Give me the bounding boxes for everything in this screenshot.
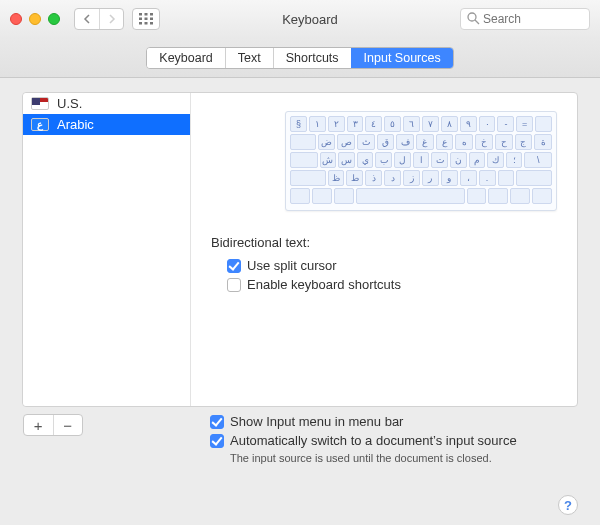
show-input-menu-label: Show Input menu in menu bar (230, 414, 403, 429)
keyboard-key: ٦ (403, 116, 420, 132)
remove-source-button[interactable]: − (53, 415, 83, 435)
zoom-window-button[interactable] (48, 13, 60, 25)
show-input-menu-checkbox[interactable] (210, 415, 224, 429)
help-button[interactable]: ? (558, 495, 578, 515)
use-split-cursor-row[interactable]: Use split cursor (211, 256, 557, 275)
keyboard-key: ظ (328, 170, 345, 186)
svg-rect-2 (150, 13, 153, 16)
show-all-prefs-button[interactable] (132, 8, 160, 30)
keyboard-key: ف (396, 134, 414, 150)
flag-ar-icon: ع (31, 118, 49, 131)
keyboard-key: ل (394, 152, 411, 168)
keyboard-key (532, 188, 552, 204)
keyboard-key (334, 188, 354, 204)
footer-options: Show Input menu in menu bar Automaticall… (210, 412, 578, 464)
svg-rect-6 (139, 22, 142, 25)
enable-kb-shortcuts-row[interactable]: Enable keyboard shortcuts (211, 275, 557, 294)
keyboard-key: ٢ (328, 116, 345, 132)
svg-rect-8 (150, 22, 153, 25)
svg-rect-4 (145, 18, 148, 21)
keyboard-key: ح (495, 134, 513, 150)
keyboard-key: ٩ (460, 116, 477, 132)
keyboard-key (356, 188, 465, 204)
search-field-wrap (460, 8, 590, 30)
keyboard-key: ٣ (347, 116, 364, 132)
keyboard-key: ق (377, 134, 395, 150)
keyboard-key: ١ (309, 116, 326, 132)
keyboard-key (467, 188, 487, 204)
auto-switch-row[interactable]: Automatically switch to a document’s inp… (210, 431, 578, 450)
keyboard-key: ث (357, 134, 375, 150)
tab-input-sources[interactable]: Input Sources (351, 48, 453, 68)
keyboard-key (488, 188, 508, 204)
source-row-us[interactable]: U.S. (23, 93, 190, 114)
keyboard-key: . (479, 170, 496, 186)
tab-text[interactable]: Text (225, 48, 273, 68)
keyboard-key: ذ (365, 170, 382, 186)
keyboard-key: - (497, 116, 514, 132)
tab-bar: Keyboard Text Shortcuts Input Sources (146, 47, 453, 69)
search-input[interactable] (460, 8, 590, 30)
keyboard-key: ٧ (422, 116, 439, 132)
use-split-cursor-label: Use split cursor (247, 258, 337, 273)
svg-rect-3 (139, 18, 142, 21)
titlebar: Keyboard (0, 0, 600, 38)
keyboard-key: ع (436, 134, 454, 150)
svg-rect-1 (145, 13, 148, 16)
tab-keyboard[interactable]: Keyboard (147, 48, 225, 68)
keyboard-key: غ (416, 134, 434, 150)
source-label: Arabic (57, 117, 94, 132)
add-source-button[interactable]: + (24, 415, 53, 435)
keyboard-key (312, 188, 332, 204)
keyboard-key (290, 188, 310, 204)
nav-buttons (74, 8, 124, 30)
keyboard-key: ط (346, 170, 363, 186)
content-panel: U.S. ع Arabic + − §١٢٣٤٥٦٧٨٩٠-=ضصثقفغعهخ… (22, 92, 578, 407)
keyboard-key: ٥ (384, 116, 401, 132)
keyboard-key: \ (524, 152, 552, 168)
keyboard-key: ب (375, 152, 392, 168)
source-label: U.S. (57, 96, 82, 111)
keyboard-key: = (516, 116, 533, 132)
keyboard-key (290, 170, 326, 186)
keyboard-key: ت (431, 152, 448, 168)
input-source-list[interactable]: U.S. ع Arabic + − (23, 93, 191, 406)
keyboard-key: ن (450, 152, 467, 168)
keyboard-key: ا (413, 152, 430, 168)
keyboard-key (290, 134, 316, 150)
toolbar: Keyboard Text Shortcuts Input Sources (0, 38, 600, 78)
keyboard-key (535, 116, 552, 132)
keyboard-key: ص (337, 134, 355, 150)
window-title: Keyboard (168, 12, 452, 27)
keyboard-key: ، (460, 170, 477, 186)
keyboard-key: س (338, 152, 355, 168)
keyboard-key: ي (357, 152, 374, 168)
close-window-button[interactable] (10, 13, 22, 25)
keyboard-key: م (469, 152, 486, 168)
auto-switch-hint: The input source is used until the docum… (210, 450, 578, 464)
keyboard-key: ض (318, 134, 336, 150)
keyboard-key: ؛ (506, 152, 523, 168)
keyboard-key: ٤ (365, 116, 382, 132)
keyboard-key: ٨ (441, 116, 458, 132)
keyboard-key: ش (320, 152, 337, 168)
forward-button[interactable] (99, 9, 123, 29)
keyboard-key: ه (455, 134, 473, 150)
minimize-window-button[interactable] (29, 13, 41, 25)
back-button[interactable] (75, 9, 99, 29)
keyboard-key: خ (475, 134, 493, 150)
source-row-arabic[interactable]: ع Arabic (23, 114, 190, 135)
enable-kb-shortcuts-checkbox[interactable] (227, 278, 241, 292)
svg-rect-5 (150, 18, 153, 21)
bidi-section-label: Bidirectional text: (211, 235, 557, 250)
tab-shortcuts[interactable]: Shortcuts (273, 48, 351, 68)
show-input-menu-row[interactable]: Show Input menu in menu bar (210, 412, 578, 431)
auto-switch-checkbox[interactable] (210, 434, 224, 448)
use-split-cursor-checkbox[interactable] (227, 259, 241, 273)
enable-kb-shortcuts-label: Enable keyboard shortcuts (247, 277, 401, 292)
keyboard-key: د (384, 170, 401, 186)
keyboard-key: ة (534, 134, 552, 150)
keyboard-preview: §١٢٣٤٥٦٧٨٩٠-=ضصثقفغعهخحجةشسيبلاتنمك؛\ظطذ… (285, 111, 557, 211)
auto-switch-label: Automatically switch to a document’s inp… (230, 433, 517, 448)
keyboard-key (290, 152, 318, 168)
